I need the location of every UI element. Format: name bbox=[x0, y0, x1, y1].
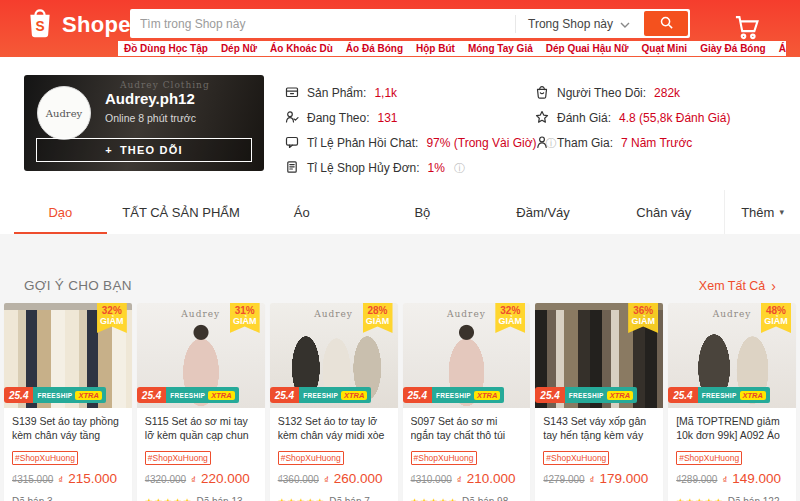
price-row: ₫310.000₫210.000 bbox=[411, 471, 523, 486]
tab-t-t-c-s-n-ph-m[interactable]: TẤT CẢ SẢN PHẨM bbox=[121, 190, 242, 234]
tab-d-o[interactable]: Dạo bbox=[0, 190, 121, 234]
discount-badge: 36%GIẢM bbox=[628, 303, 658, 333]
search-scope-dropdown[interactable]: Trong Shop này bbox=[515, 15, 642, 33]
shop-avatar[interactable]: Audrey bbox=[37, 86, 91, 140]
stat-row: Tham Gia:7 Năm Trước bbox=[535, 137, 785, 149]
sale-price: 220.000 bbox=[201, 471, 250, 486]
product-card[interactable]: Audrey31%GIẢM25.4FREESHIPXTRAS115 Set áo… bbox=[137, 303, 265, 501]
category-link[interactable]: Quạt Mini bbox=[642, 43, 688, 54]
freeship-label: FREESHIP bbox=[170, 392, 205, 399]
sale-date-badge: 25.4 bbox=[403, 387, 432, 403]
sale-price: 215.000 bbox=[68, 471, 117, 486]
caret-down-icon: ▾ bbox=[779, 207, 784, 217]
category-link[interactable]: Áo Đá Bóng bbox=[346, 43, 403, 54]
discount-suffix: GIẢM bbox=[97, 316, 127, 326]
freeship-label: FREESHIP bbox=[37, 392, 72, 399]
old-price: ₫289.000 bbox=[676, 474, 717, 485]
discount-percent: 28% bbox=[363, 305, 393, 316]
search-bar: Trong Shop này bbox=[130, 9, 690, 38]
freeship-label: FREESHIP bbox=[569, 392, 604, 399]
category-link[interactable]: Móng Tay Giả bbox=[468, 43, 533, 54]
discount-badge: 32%GIẢM bbox=[97, 303, 127, 333]
discount-suffix: GIẢM bbox=[495, 316, 525, 326]
currency-symbol: ₫ bbox=[58, 474, 63, 485]
follow-button[interactable]: + Theo Dõi bbox=[36, 138, 252, 162]
stat-row: Người Theo Dõi:282k bbox=[535, 87, 785, 99]
shopee-bag-icon: S bbox=[26, 6, 54, 43]
rating-row: Đã bán 3 bbox=[12, 495, 124, 501]
info-icon[interactable]: ⓘ bbox=[454, 163, 465, 173]
stat-row: Tỉ Lệ Shop Hủy Đơn:1%ⓘ bbox=[285, 162, 535, 174]
discount-badge: 28%GIẢM bbox=[363, 303, 393, 333]
product-image: 32%GIẢM25.4FREESHIPXTRA bbox=[4, 303, 132, 408]
tab-b-[interactable]: Bộ bbox=[362, 190, 483, 234]
product-image: Audrey48%GIẢM25.4FREESHIPXTRA bbox=[668, 303, 796, 408]
category-link[interactable]: Hộp Bút bbox=[416, 43, 455, 54]
product-card[interactable]: Audrey32%GIẢM25.4FREESHIPXTRAS097 Set áo… bbox=[403, 303, 531, 501]
sale-date-badge: 25.4 bbox=[270, 387, 299, 403]
product-card[interactable]: 32%GIẢM25.4FREESHIPXTRAS139 Set áo tay p… bbox=[4, 303, 132, 501]
product-image: Audrey32%GIẢM25.4FREESHIPXTRA bbox=[403, 303, 531, 408]
sale-date-badge: 25.4 bbox=[4, 387, 33, 403]
product-title: S115 Set áo sơ mi tay lỡ kèm quần cạp ch… bbox=[145, 414, 257, 443]
suggestion-header: GỢI Ý CHO BẠN Xem Tất Cả › bbox=[24, 234, 776, 293]
star-icon bbox=[535, 110, 549, 127]
price-row: ₫279.000₫179.000 bbox=[543, 471, 655, 486]
star-rating: ★★★★★ bbox=[278, 496, 326, 501]
xtra-badge: XTRA bbox=[607, 391, 633, 400]
promo-strip: 25.4FREESHIPXTRA bbox=[137, 387, 239, 403]
sale-date-badge: 25.4 bbox=[137, 387, 166, 403]
tab-th-m[interactable]: Thêm▾ bbox=[724, 190, 800, 234]
tab-label: Chân váy bbox=[636, 205, 691, 220]
freeship-label: FREESHIP bbox=[436, 392, 471, 399]
shop-info-section: Audrey Clothing Audrey Audrey.ph12 Onlin… bbox=[0, 57, 800, 190]
category-link[interactable]: Đồ Dùng Học Tập bbox=[124, 43, 208, 54]
promo-strip: 25.4FREESHIPXTRA bbox=[270, 387, 372, 403]
product-body: S143 Set váy xốp gân tay hến tặng kèm vá… bbox=[535, 408, 663, 501]
discount-percent: 48% bbox=[761, 305, 791, 316]
product-card[interactable]: 36%GIẢM25.4FREESHIPXTRAS143 Set váy xốp … bbox=[535, 303, 663, 501]
category-link[interactable]: Áo Phông Nữ bbox=[779, 43, 786, 54]
product-tag: #ShopXuHuong bbox=[676, 451, 742, 465]
tab--o[interactable]: Áo bbox=[241, 190, 362, 234]
sale-date-badge: 25.4 bbox=[535, 387, 564, 403]
product-title: S143 Set váy xốp gân tay hến tặng kèm vá… bbox=[543, 414, 655, 443]
product-body: S097 Set áo sơ mi ngắn tay chất thô túi … bbox=[403, 408, 531, 501]
stat-row: Đánh Giá:4.8 (55,8k Đánh Giá) bbox=[535, 112, 785, 124]
freeship-badge: FREESHIPXTRA bbox=[33, 387, 105, 403]
tab-ch-n-v-y[interactable]: Chân váy bbox=[603, 190, 724, 234]
category-link[interactable]: Dép Nữ bbox=[221, 43, 257, 54]
sale-price: 179.000 bbox=[600, 471, 649, 486]
rating-row: ★★★★★Đã bán 98 bbox=[411, 495, 523, 501]
tab--m-v-y[interactable]: Đầm/Váy bbox=[483, 190, 604, 234]
search-input[interactable] bbox=[130, 17, 515, 31]
category-link[interactable]: Giày Đá Bóng bbox=[700, 43, 766, 54]
stat-label: Tham Gia: bbox=[557, 136, 613, 150]
sale-price: 149.000 bbox=[732, 471, 781, 486]
sale-date-badge: 25.4 bbox=[668, 387, 697, 403]
product-body: S115 Set áo sơ mi tay lỡ kèm quần cạp ch… bbox=[137, 408, 265, 501]
category-link[interactable]: Áo Khoác Dù bbox=[270, 43, 333, 54]
product-tag: #ShopXuHuong bbox=[12, 451, 78, 465]
tab-label: TẤT CẢ SẢN PHẨM bbox=[122, 205, 240, 220]
freeship-label: FREESHIP bbox=[303, 392, 338, 399]
star-rating: ★★★★★ bbox=[411, 496, 459, 501]
product-grid: 32%GIẢM25.4FREESHIPXTRAS139 Set áo tay p… bbox=[4, 303, 796, 501]
xtra-badge: XTRA bbox=[740, 391, 766, 400]
chevron-right-icon: › bbox=[771, 280, 776, 292]
tab-label: Đầm/Váy bbox=[516, 205, 569, 220]
shopee-logo[interactable]: S Shopee bbox=[26, 6, 143, 43]
discount-badge: 32%GIẢM bbox=[495, 303, 525, 333]
freeship-badge: FREESHIPXTRA bbox=[698, 387, 770, 403]
category-link[interactable]: Dép Quai Hậu Nữ bbox=[546, 43, 629, 54]
xtra-badge: XTRA bbox=[474, 391, 500, 400]
xtra-badge: XTRA bbox=[208, 391, 234, 400]
product-card[interactable]: Audrey28%GIẢM25.4FREESHIPXTRAS132 Set áo… bbox=[270, 303, 398, 501]
tab-label: Thêm bbox=[741, 205, 774, 220]
search-button[interactable] bbox=[644, 11, 688, 36]
search-icon bbox=[659, 15, 674, 33]
section-title: GỢI Ý CHO BẠN bbox=[24, 278, 132, 293]
see-all-link[interactable]: Xem Tất Cả › bbox=[699, 279, 776, 293]
product-card[interactable]: Audrey48%GIẢM25.4FREESHIPXTRA[Mã TOPTREN… bbox=[668, 303, 796, 501]
sale-price: 210.000 bbox=[467, 471, 516, 486]
